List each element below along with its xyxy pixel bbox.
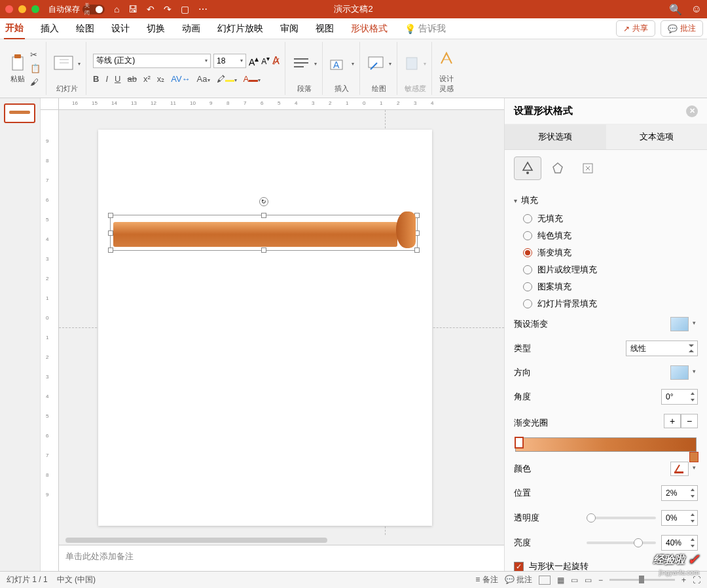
redo-icon[interactable]: ↷ [164, 4, 172, 14]
tab-insert[interactable]: 插入 [39, 19, 60, 39]
radio-picture-fill[interactable]: 图片或纹理填充 [514, 261, 698, 278]
scrollbar-thumb[interactable] [65, 538, 327, 543]
tab-design[interactable]: 设计 [110, 19, 131, 39]
brightness-slider[interactable] [587, 542, 656, 544]
tab-home[interactable]: 开始 [4, 18, 25, 39]
cut-icon[interactable]: ✂ [30, 50, 41, 60]
canvas-background[interactable]: ↻ [59, 110, 504, 545]
resize-handle-w[interactable] [108, 230, 113, 236]
resize-handle-se[interactable] [414, 248, 420, 253]
radio-gradient-fill[interactable]: 渐变填充 [514, 244, 698, 261]
position-spinner[interactable]: 2% [661, 485, 698, 501]
resize-handle-s[interactable] [261, 248, 266, 253]
gradient-bar[interactable] [515, 437, 697, 452]
language-indicator[interactable]: 中文 (中国) [57, 574, 96, 585]
fill-line-icon[interactable] [514, 156, 541, 180]
increase-font-icon[interactable]: A▴ [249, 54, 259, 67]
transparency-slider[interactable] [587, 517, 656, 519]
resize-handle-sw[interactable] [108, 248, 113, 253]
radio-solid-fill[interactable]: 纯色填充 [514, 227, 698, 244]
slide-counter[interactable]: 幻灯片 1 / 1 [7, 574, 48, 585]
slide-thumbnail-1[interactable] [4, 103, 35, 123]
radio-pattern-fill[interactable]: 图案填充 [514, 278, 698, 295]
transparency-spinner[interactable]: 0% [661, 510, 698, 526]
rotation-handle-icon[interactable]: ↻ [259, 197, 268, 206]
notes-toggle[interactable]: ≡ 备注 [475, 574, 498, 585]
drawing-button[interactable] [367, 55, 385, 72]
bold-button[interactable]: B [93, 74, 99, 84]
highlight-button[interactable]: 🖍▾ [217, 74, 237, 84]
strike-button[interactable]: ab [127, 74, 136, 84]
angle-spinner[interactable]: 0° [661, 389, 698, 405]
zoom-slider[interactable] [609, 579, 675, 581]
zoom-out-icon[interactable]: − [598, 576, 603, 585]
share-button[interactable]: ↗ 共享 [616, 20, 655, 37]
account-icon[interactable]: ☺ [691, 3, 702, 16]
sorter-view-icon[interactable]: ▦ [557, 576, 564, 585]
tab-review[interactable]: 审阅 [279, 19, 300, 39]
direction-dropdown[interactable] [670, 365, 698, 380]
stop-color-dropdown[interactable] [670, 462, 698, 476]
pane-tab-shape-options[interactable]: 形状选项 [505, 124, 606, 149]
underline-button[interactable]: U [115, 74, 120, 84]
paragraph-button[interactable] [292, 56, 310, 71]
char-spacing-button[interactable]: AV↔ [171, 74, 190, 84]
undo-icon[interactable]: ↶ [147, 4, 154, 14]
size-properties-icon[interactable] [574, 156, 602, 180]
tab-transition[interactable]: 切换 [145, 19, 166, 39]
brightness-spinner[interactable]: 40% [661, 535, 698, 551]
font-size-combo[interactable]: 18▾ [213, 54, 246, 68]
toggle-switch[interactable]: 关闭 [82, 5, 105, 14]
design-ideas-button[interactable] [439, 50, 454, 67]
new-slide-button[interactable] [53, 55, 74, 72]
comments-toggle[interactable]: 💬 批注 [505, 574, 532, 585]
tab-tell-me[interactable]: 💡 告诉我 [403, 19, 447, 39]
resize-handle-nw[interactable] [108, 213, 113, 218]
font-color-button[interactable]: A▾ [244, 74, 261, 84]
maximize-window-icon[interactable] [31, 5, 39, 13]
home-icon[interactable]: ⌂ [114, 4, 119, 14]
horizontal-scrollbar[interactable] [59, 536, 504, 545]
slide-canvas[interactable]: ↻ [98, 130, 432, 526]
more-icon[interactable]: ⋯ [198, 4, 208, 14]
italic-button[interactable]: I [105, 74, 108, 84]
touch-mode-icon[interactable]: ▢ [181, 4, 189, 14]
fill-section-header[interactable]: ▾填充 [514, 191, 698, 210]
close-window-icon[interactable] [5, 5, 13, 13]
pane-tab-text-options[interactable]: 文本选项 [606, 124, 708, 149]
remove-gradient-stop-button[interactable]: − [681, 414, 698, 428]
effects-icon[interactable] [544, 156, 571, 180]
comments-button[interactable]: 💬 批注 [661, 20, 703, 37]
tab-animation[interactable]: 动画 [181, 19, 202, 39]
notes-pane[interactable]: 单击此处添加备注 [59, 545, 504, 571]
search-icon[interactable]: 🔍 [669, 3, 682, 16]
tab-shape-format[interactable]: 形状格式 [350, 19, 389, 39]
radio-no-fill[interactable]: 无填充 [514, 210, 698, 227]
copy-icon[interactable]: 📋 [30, 64, 41, 73]
normal-view-icon[interactable] [539, 576, 551, 585]
insert-button[interactable]: A [329, 55, 348, 72]
font-name-combo[interactable]: 等线 (正文)▾ [93, 54, 211, 68]
chevron-down-icon[interactable]: ▾ [78, 61, 81, 67]
subscript-button[interactable]: x₂ [157, 74, 165, 84]
radio-slide-bg-fill[interactable]: 幻灯片背景填充 [514, 295, 698, 312]
gradient-type-select[interactable]: 线性 [626, 340, 698, 356]
minimize-window-icon[interactable] [18, 5, 26, 13]
gradient-stop-1[interactable] [515, 437, 524, 449]
shape-selection[interactable]: ↻ [110, 215, 418, 251]
close-pane-icon[interactable]: ✕ [686, 105, 698, 117]
gradient-stop-2[interactable] [689, 452, 698, 462]
tab-view[interactable]: 视图 [314, 19, 335, 39]
resize-handle-n[interactable] [261, 213, 266, 218]
tab-draw[interactable]: 绘图 [75, 19, 96, 39]
paste-button[interactable]: 粘贴 [9, 53, 26, 84]
fit-to-window-icon[interactable]: ⛶ [693, 576, 700, 585]
clear-format-icon[interactable]: A̷ [272, 54, 280, 67]
tab-slideshow[interactable]: 幻灯片放映 [216, 19, 264, 39]
preset-gradient-dropdown[interactable] [670, 317, 698, 331]
superscript-button[interactable]: x² [143, 74, 151, 84]
zoom-in-icon[interactable]: + [681, 576, 686, 585]
slideshow-view-icon[interactable]: ▭ [585, 576, 592, 585]
save-icon[interactable]: 🖫 [128, 4, 137, 14]
format-painter-icon[interactable]: 🖌 [30, 77, 41, 87]
